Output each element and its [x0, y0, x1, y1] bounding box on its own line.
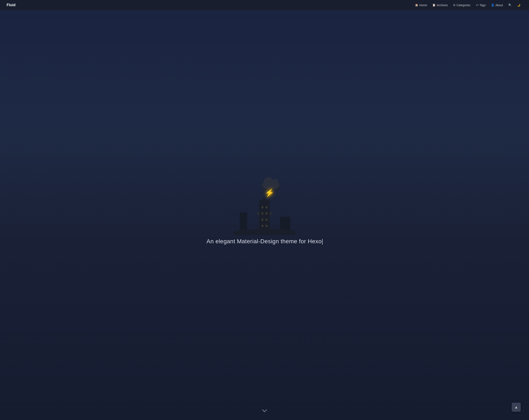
nav-label-tags: Tags — [480, 3, 486, 7]
tags-icon: 🏷 — [476, 3, 479, 7]
ground-shape — [234, 229, 295, 235]
window-1 — [262, 206, 263, 208]
nav-label-home: Home — [419, 3, 427, 7]
hero-cursor — [322, 239, 323, 245]
window-8 — [266, 225, 267, 227]
about-icon: 👤 — [491, 3, 494, 7]
search-icon: 🔍 — [508, 3, 512, 7]
nav-link-search[interactable]: 🔍 — [506, 2, 514, 8]
nav-item-tags[interactable]: 🏷 Tags — [474, 2, 488, 8]
hero-subtitle-text: An elegant Material-Design theme for Hex… — [206, 238, 321, 244]
window-7 — [262, 225, 263, 227]
home-icon: 🏠 — [415, 3, 418, 7]
nav-item-home[interactable]: 🏠 Home — [413, 2, 429, 8]
nav-link-categories[interactable]: ⊞ Categories — [451, 2, 473, 8]
nav-link-archives[interactable]: 📋 Archives — [430, 2, 450, 8]
nav-link-about[interactable]: 👤 About — [489, 2, 505, 8]
window-4 — [266, 213, 267, 215]
nav-links: 🏠 Home 📋 Archives ⊞ Categories 🏷 Tags — [413, 2, 522, 8]
window-6 — [266, 219, 267, 221]
scroll-to-top-button[interactable]: ▲ — [512, 403, 521, 412]
nav-item-search[interactable]: 🔍 — [506, 2, 514, 8]
hero-scroll-down[interactable] — [262, 408, 267, 413]
nav-item-about[interactable]: 👤 About — [489, 2, 505, 8]
nav-link-theme-toggle[interactable]: 🌙 — [515, 2, 522, 8]
hero-illustration: ⚡ — [238, 175, 291, 233]
nav-label-archives: Archives — [437, 3, 448, 7]
hero-section: ⚡ An elegant Material-Design theme for H… — [0, 0, 529, 420]
nav-item-theme[interactable]: 🌙 — [515, 2, 522, 8]
window-5 — [262, 219, 263, 221]
window-3 — [262, 213, 263, 215]
archives-icon: 📋 — [432, 3, 436, 7]
building-main — [259, 200, 270, 233]
nav-label-about: About — [495, 3, 503, 7]
categories-icon: ⊞ — [453, 3, 455, 7]
scroll-top-icon: ▲ — [514, 405, 518, 409]
brand-logo[interactable]: Fluid — [7, 3, 15, 7]
nav-link-home[interactable]: 🏠 Home — [413, 2, 429, 8]
window-2 — [266, 206, 267, 208]
navbar: Fluid 🏠 Home 📋 Archives ⊞ Categories 🏷 T… — [0, 0, 529, 10]
nav-item-categories[interactable]: ⊞ Categories — [451, 2, 473, 8]
lightning-icon: ⚡ — [265, 189, 274, 197]
moon-icon: 🌙 — [517, 3, 520, 7]
hero-subtitle: An elegant Material-Design theme for Hex… — [206, 238, 322, 245]
nav-link-tags[interactable]: 🏷 Tags — [474, 2, 488, 8]
nav-item-archives[interactable]: 📋 Archives — [430, 2, 450, 8]
nav-label-categories: Categories — [456, 3, 471, 7]
